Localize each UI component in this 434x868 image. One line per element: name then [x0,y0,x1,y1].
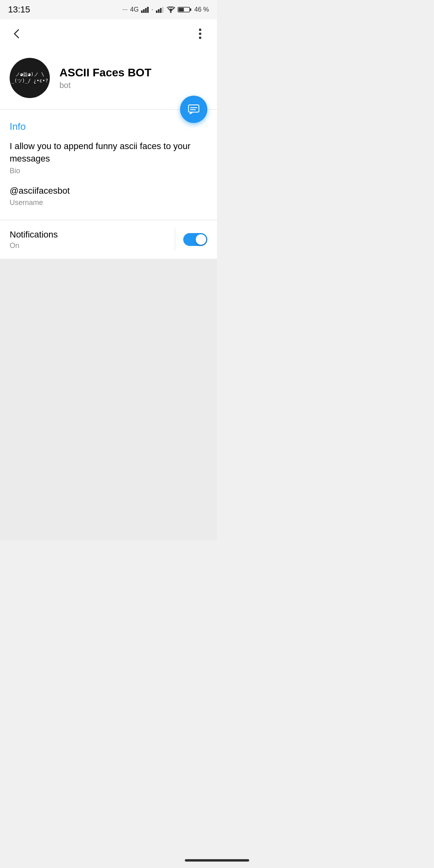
svg-rect-11 [178,8,184,12]
avatar: ノ◕益◕)ノ \ _(ツ)_/ ¿•ε•? [10,58,50,98]
username-item: @asciifacesbot Username [10,185,207,207]
bio-value: I allow you to append funny ascii faces … [10,140,207,165]
svg-point-13 [199,33,201,35]
more-icon [199,28,202,39]
profile-info: ASCII Faces BOT bot [59,66,207,90]
username-value: @asciifacesbot [10,185,207,197]
app-bar [0,19,217,48]
notifications-status: On [10,242,167,250]
svg-rect-2 [145,8,147,13]
svg-rect-10 [190,8,191,11]
bio-item: I allow you to append funny ascii faces … [10,140,207,175]
network-4g-icon: 4G [130,6,139,13]
notif-vertical-divider [175,228,175,251]
message-icon [187,103,200,116]
toggle-knob [196,234,206,245]
username-label: Username [10,199,207,207]
svg-rect-0 [141,10,143,13]
wifi-icon [166,6,175,13]
signal-icon-2 [156,6,164,13]
svg-rect-4 [156,10,158,13]
back-button[interactable] [8,25,26,43]
svg-rect-5 [158,9,160,13]
svg-rect-7 [162,7,164,13]
gray-background-area [0,259,217,540]
bio-label: Bio [10,167,207,175]
avatar-ascii: ノ◕益◕)ノ \ _(ツ)_/ ¿•ε•? [10,72,50,84]
svg-rect-3 [147,7,149,13]
profile-section: ノ◕益◕)ノ \ _(ツ)_/ ¿•ε•? ASCII Faces BOT bo… [0,48,217,109]
info-heading: Info [10,121,207,132]
status-icons: ··· 4G · 46 % [122,6,209,13]
more-options-button[interactable] [191,25,209,43]
notifications-toggle[interactable] [183,233,207,246]
status-bar: 13:15 ··· 4G · 46 % [0,0,217,19]
notifications-row: Notifications On [0,220,217,259]
info-section: Info I allow you to append funny ascii f… [0,110,217,220]
svg-rect-1 [143,9,145,13]
notifications-info: Notifications On [10,229,167,250]
signal-icon-1 [141,6,149,13]
battery-icon [178,6,192,13]
message-fab-button[interactable] [180,96,207,123]
svg-point-12 [199,29,201,31]
svg-rect-6 [160,8,162,13]
battery-percent: 46 % [194,6,209,13]
back-arrow-icon [11,28,23,39]
svg-rect-15 [188,105,199,112]
svg-point-14 [199,37,201,39]
signal-separator: · [151,6,153,13]
notifications-title: Notifications [10,229,167,240]
status-time: 13:15 [8,4,30,15]
svg-point-8 [170,11,172,13]
bot-type: bot [59,81,207,90]
bot-name: ASCII Faces BOT [59,66,207,80]
network-dots-icon: ··· [122,6,127,13]
